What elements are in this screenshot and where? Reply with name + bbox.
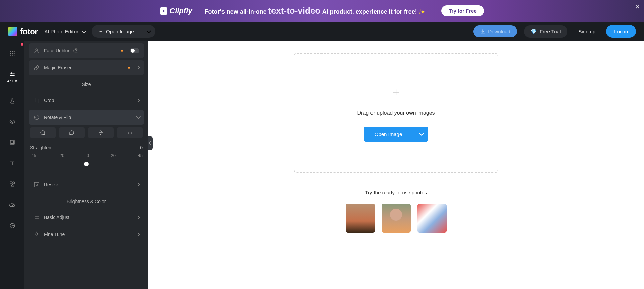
svg-point-13 <box>11 121 13 123</box>
magic-eraser-icon <box>33 64 40 71</box>
toolbar-adjust-label: Adjust <box>7 79 17 83</box>
rotate-ccw-button[interactable] <box>59 127 85 138</box>
diamond-icon: 💎 <box>531 28 537 35</box>
try-for-free-button[interactable]: Try for Free <box>441 5 484 16</box>
svg-rect-23 <box>34 182 39 187</box>
face-unblur-label: Face Unblur <box>44 48 69 53</box>
sample-photo-2[interactable] <box>382 204 411 233</box>
chevron-down-icon <box>419 131 424 136</box>
flip-horizontal-icon <box>127 130 133 135</box>
fine-tune-label: Fine Tune <box>44 232 65 237</box>
toolbar-adjust[interactable]: Adjust <box>0 68 24 86</box>
banner-text: Fotor's new all-in-one text-to-video AI … <box>204 6 425 16</box>
rotate-flip-item[interactable]: Rotate & Flip <box>29 110 144 125</box>
flask-icon <box>9 98 15 104</box>
toolbar-elements[interactable] <box>0 178 24 190</box>
open-image-button[interactable]: ＋ Open Image <box>92 25 155 38</box>
sample-photos-row <box>346 204 447 233</box>
download-icon <box>480 29 485 34</box>
sparkle-icon: ✨ <box>418 9 425 15</box>
resize-item[interactable]: Resize <box>29 177 144 192</box>
status-dot <box>121 50 123 52</box>
open-image-main[interactable]: ＋ Open Image <box>92 28 141 35</box>
toolbar-apps[interactable] <box>0 48 24 59</box>
face-unblur-toggle[interactable] <box>130 48 139 53</box>
toolbar-effects[interactable] <box>0 95 24 107</box>
crop-item[interactable]: Crop <box>29 93 144 108</box>
straighten-label: Straighten <box>30 145 51 150</box>
fine-tune-item[interactable]: Fine Tune <box>29 227 144 242</box>
left-toolbar: Adjust <box>0 41 24 289</box>
brightness-section-title: Brightness & Color <box>29 192 144 208</box>
face-unblur-icon <box>33 47 40 54</box>
toolbar-beauty[interactable] <box>0 116 24 127</box>
flip-vertical-icon <box>98 130 103 135</box>
banner-highlight: text-to-video <box>268 6 320 16</box>
rotate-flip-label: Rotate & Flip <box>44 115 71 120</box>
sample-photo-1[interactable] <box>346 204 375 233</box>
svg-point-21 <box>13 225 14 226</box>
toolbar-frames[interactable] <box>0 137 24 148</box>
basic-adjust-icon <box>33 214 40 221</box>
grid-icon <box>9 50 15 56</box>
editor-mode-dropdown[interactable]: AI Photo Editor <box>44 28 85 34</box>
toolbar-more[interactable] <box>0 220 24 231</box>
dropzone-text: Drag or upload your own images <box>357 110 435 116</box>
svg-point-1 <box>12 51 13 52</box>
svg-point-5 <box>13 53 14 54</box>
rotate-cw-icon <box>40 130 45 135</box>
chevron-right-icon <box>136 66 140 69</box>
download-button[interactable]: Download <box>473 25 517 37</box>
toolbar-cloud[interactable] <box>0 199 24 211</box>
crop-icon <box>33 97 40 104</box>
slider-thumb[interactable] <box>84 162 89 166</box>
straighten-slider[interactable] <box>30 161 143 167</box>
svg-point-12 <box>12 75 13 76</box>
adjust-sidebar: AI Face Unblur ? AI Magic Eraser <box>24 41 148 289</box>
rotate-cw-button[interactable] <box>30 127 56 138</box>
svg-point-8 <box>13 55 14 56</box>
open-image-cta-label[interactable]: Open Image <box>364 127 413 142</box>
svg-point-7 <box>12 55 13 56</box>
shapes-icon <box>9 181 15 187</box>
magic-eraser-item[interactable]: Magic Eraser <box>29 60 144 75</box>
chevron-left-icon <box>148 141 152 145</box>
free-trial-button[interactable]: 💎 Free Trial <box>524 25 567 38</box>
svg-point-22 <box>36 49 38 51</box>
straighten-value: 0 <box>140 145 143 150</box>
crop-label: Crop <box>44 98 54 103</box>
size-section-title: Size <box>29 75 144 91</box>
close-banner-button[interactable]: ✕ <box>635 3 640 11</box>
image-dropzone[interactable]: ＋ Drag or upload your own images Open Im… <box>294 53 498 173</box>
try-photos-title: Try the ready-to-use photos <box>365 190 427 195</box>
logo-mark-icon <box>8 27 17 36</box>
open-image-dropdown[interactable] <box>141 25 155 38</box>
chevron-right-icon <box>136 232 140 236</box>
promo-banner: Clipfly Fotor's new all-in-one text-to-v… <box>0 0 644 22</box>
collapse-sidebar-button[interactable] <box>148 136 153 150</box>
svg-rect-16 <box>10 182 12 184</box>
fine-tune-icon <box>33 231 40 238</box>
toolbar-text[interactable] <box>0 158 24 169</box>
fotor-logo[interactable]: fotor <box>8 27 38 36</box>
svg-rect-15 <box>11 141 14 144</box>
sample-photo-3[interactable] <box>417 204 447 233</box>
eye-icon <box>9 119 15 125</box>
flip-horizontal-button[interactable] <box>117 127 143 138</box>
face-unblur-item[interactable]: Face Unblur ? <box>29 43 144 58</box>
svg-point-19 <box>11 225 11 226</box>
open-image-cta[interactable]: Open Image <box>364 127 429 142</box>
log-in-button[interactable]: Log in <box>606 25 636 38</box>
help-icon[interactable]: ? <box>73 48 78 53</box>
chevron-right-icon <box>136 215 140 219</box>
open-image-cta-dropdown[interactable] <box>413 127 428 142</box>
cloud-upload-icon <box>9 202 15 208</box>
magic-eraser-label: Magic Eraser <box>44 65 71 70</box>
adjust-icon <box>9 71 16 78</box>
basic-adjust-item[interactable]: Basic Adjust <box>29 210 144 225</box>
svg-point-3 <box>10 53 11 54</box>
clipfly-brand-text: Clipfly <box>169 7 192 15</box>
flip-vertical-button[interactable] <box>88 127 114 138</box>
sign-up-button[interactable]: Sign up <box>574 25 599 37</box>
basic-adjust-label: Basic Adjust <box>44 215 69 220</box>
